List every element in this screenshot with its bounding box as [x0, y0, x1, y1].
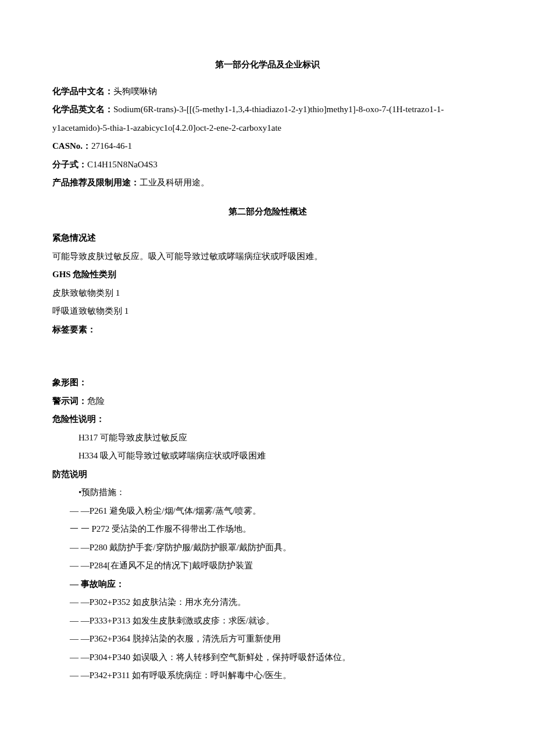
signal-value: 危险 [87, 396, 105, 406]
cas-value: 27164-46-1 [91, 141, 132, 151]
use-label: 产品推荐及限制用途： [52, 178, 140, 187]
cn-name-label: 化学品中文名： [52, 87, 113, 96]
section1-title: 第一部分化学品及企业标识 [52, 56, 483, 74]
precaution-p302: — —P302+P352 如皮肤沾染：用水充分清洗。 [52, 593, 483, 612]
hazard-h334: H334 吸入可能导致过敏或哮喘病症状或呼吸困难 [52, 447, 483, 465]
precaution-p304: — —P304+P340 如误吸入：将人转移到空气新鲜处，保持呼吸舒适体位。 [52, 648, 483, 667]
chemical-en-name-line2: y1acetamido)-5-thia-1-azabicyc1o[4.2.0]o… [52, 119, 483, 138]
ghs-category-2: 呼吸道致敏物类别 1 [52, 302, 483, 321]
hazard-statement-label: 危险性说明： [52, 410, 483, 429]
en-name-value1: Sodium(6R-trans)-3-[[(5-methy1-1,3,4-thi… [113, 105, 444, 114]
chemical-en-name-line1: 化学品英文名：Sodium(6R-trans)-3-[[(5-methy1-1,… [52, 101, 483, 119]
pictogram-placeholder [52, 339, 483, 374]
precaution-p284: — —P284[在通风不足的情况下]戴呼吸防护装置 [52, 557, 483, 575]
formula-value: C14H15N8NaO4S3 [87, 160, 158, 169]
precaution-p261: — —P261 避免吸入粉尘/烟/气体/烟雾/蒸气/喷雾。 [52, 502, 483, 521]
cas-label: CASNo.： [52, 141, 91, 151]
chemical-cn-name: 化学品中文名：头狗噗咻钠 [52, 83, 483, 101]
cn-name-value: 头狗噗咻钠 [113, 87, 157, 96]
precaution-label: 防范说明 [52, 465, 483, 484]
ghs-category-1: 皮肤致敏物类别 1 [52, 284, 483, 303]
precaution-p333: — —P333+P313 如发生皮肤刺激或皮疹：求医/就诊。 [52, 612, 483, 630]
en-name-label: 化学品英文名： [52, 105, 113, 114]
response-label: — 事故响应： [52, 575, 483, 594]
recommended-use: 产品推荐及限制用途：工业及科研用途。 [52, 174, 483, 192]
label-elements: 标签要素： [52, 321, 483, 339]
molecular-formula: 分子式：C14H15N8NaO4S3 [52, 156, 483, 174]
precaution-p272: 一 一 P272 受沾染的工作服不得带出工作场地。 [52, 520, 483, 539]
emergency-text: 可能导致皮肤过敏反应。吸入可能导致过敏或哮喘病症状或呼吸困难。 [52, 248, 483, 266]
precaution-p342: — —P342+P311 如有呼吸系统病症：呼叫解毒中心/医生。 [52, 667, 483, 685]
ghs-label: GHS 危险性类别 [52, 266, 483, 284]
precaution-p362: — —P362+P364 脱掉沾染的衣服，清洗后方可重新使用 [52, 630, 483, 648]
cas-number: CASNo.：27164-46-1 [52, 137, 483, 156]
precaution-p280: — —P280 戴防护手套/穿防护服/戴防护眼罩/戴防护面具。 [52, 539, 483, 557]
pictogram-label: 象形图： [52, 374, 483, 392]
emergency-label: 紧急情况述 [52, 229, 483, 248]
signal-word: 警示词：危险 [52, 392, 483, 411]
signal-label: 警示词： [52, 396, 87, 406]
prevention-label: •预防措施： [52, 483, 483, 502]
section2-title: 第二部分危险性概述 [52, 203, 483, 221]
formula-label: 分子式： [52, 160, 87, 169]
hazard-h317: H317 可能导致皮肤过敏反应 [52, 429, 483, 447]
use-value: 工业及科研用途。 [140, 178, 209, 187]
